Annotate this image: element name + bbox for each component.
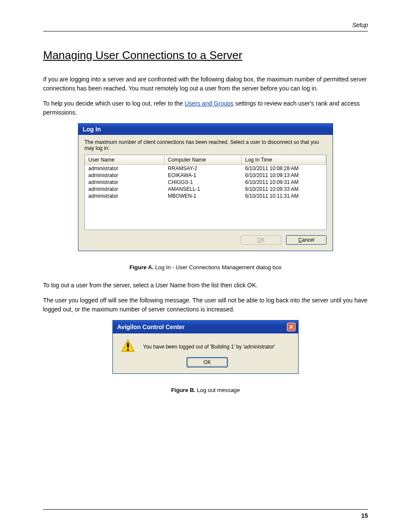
cell-username: administrator [85,193,165,199]
cancel-button[interactable]: Cancel [286,235,327,245]
figure-a-caption: Figure A. Log In - User Connections Mana… [43,264,368,271]
cell-username: administrator [85,172,165,179]
header-section-label: Setup [352,22,368,28]
page-number: 15 [361,512,368,519]
figure-b-label: Figure B. [171,387,195,393]
cell-username: administrator [85,186,165,193]
svg-rect-1 [127,343,129,348]
paragraph-1: If you are logging into a server and are… [43,75,368,93]
cell-logintime: 6/10/2011 10:09:33 AM [242,186,326,193]
col-header-logintime[interactable]: Log In Time [242,155,326,165]
figure-a-text: Log In - User Connections Management dia… [153,264,281,271]
cell-computer: AMANSELL-1 [165,186,242,193]
logout-dialog-titlebar: Avigilon Control Center [113,320,298,333]
login-dialog-message: The maximum number of client connections… [84,139,327,151]
paragraph-4: The user you logged off will see the fol… [43,296,368,314]
svg-rect-2 [127,349,129,351]
paragraph-2a: To help you decide which user to log out… [43,100,184,107]
cell-computer: CHIGGS-1 [165,179,242,186]
users-groups-link[interactable]: Users and Groups [184,100,234,107]
ok-button: OK [241,235,281,245]
table-row[interactable]: administrator RRAMSAY-2 6/10/2011 10:08:… [85,165,326,172]
paragraph-2: To help you decide which user to log out… [43,99,368,117]
paragraph-3: To log out a user from the server, selec… [43,281,368,290]
login-dialog: Log In The maximum number of client conn… [78,123,333,251]
user-listview[interactable]: User Name Computer Name Log In Time admi… [84,155,327,230]
cell-logintime: 6/10/2011 10:08:28 AM [242,165,326,172]
table-row[interactable]: administrator CHIGGS-1 6/10/2011 10:09:3… [85,179,326,186]
table-row[interactable]: administrator MBOWEN-1 6/10/2011 10:11:3… [85,193,326,199]
cell-logintime: 6/10/2011 10:11:31 AM [242,193,326,199]
ok-button[interactable]: OK [187,357,228,367]
cell-logintime: 6/10/2011 10:09:13 AM [242,172,326,179]
login-dialog-title: Log In [83,126,101,133]
figure-b-caption: Figure B. Log out message [43,387,368,393]
listview-header: User Name Computer Name Log In Time [85,155,326,165]
warning-icon [121,339,135,355]
section-title: Managing User Connections to a Server [43,49,368,62]
page-footer: 15 [43,509,368,519]
figure-b-text: Log out message [195,387,240,393]
cell-computer: EOIKAWA-1 [165,172,242,179]
table-row[interactable]: administrator AMANSELL-1 6/10/2011 10:09… [85,186,326,193]
cell-username: administrator [85,165,165,172]
page-header: Setup [43,22,368,31]
col-header-computer[interactable]: Computer Name [165,155,242,165]
cell-computer: MBOWEN-1 [165,193,242,199]
cell-username: administrator [85,179,165,186]
logout-dialog-message: You have been logged out of 'Building 1'… [143,344,275,350]
cell-logintime: 6/10/2011 10:09:31 AM [242,179,326,186]
login-dialog-titlebar: Log In [78,124,333,135]
figure-a-label: Figure A. [130,264,154,271]
close-icon[interactable] [287,323,296,331]
col-header-username[interactable]: User Name [85,155,165,165]
cell-computer: RRAMSAY-2 [165,165,242,172]
table-row[interactable]: administrator EOIKAWA-1 6/10/2011 10:09:… [85,172,326,179]
logout-message-dialog: Avigilon Control Center You have been lo… [112,320,299,374]
logout-dialog-title: Avigilon Control Center [117,324,185,330]
